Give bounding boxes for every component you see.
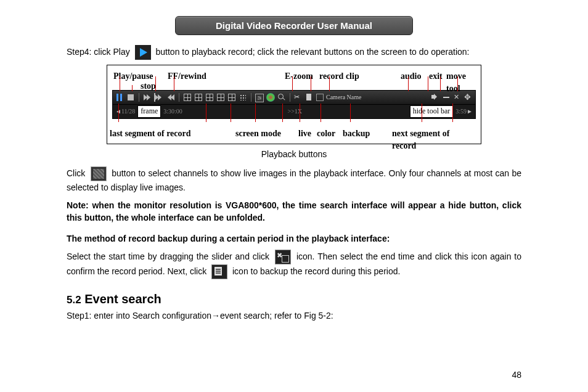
timeline-time-left: 3:30:00 [163,107,182,116]
move-icon[interactable] [464,93,473,102]
diagram-top-labels: Play/pause stop FF/rewind E-zoom record … [112,70,476,81]
playback-diagram: Play/pause stop FF/rewind E-zoom record … [107,65,481,144]
rewind-icon[interactable] [166,93,175,102]
screenmode1-icon[interactable] [183,93,192,102]
hide-icon[interactable] [442,93,451,102]
section-title: Event search [84,292,161,306]
backup-icon[interactable] [305,93,314,102]
next-segment-icon[interactable] [467,107,473,116]
clip-icon[interactable] [294,93,303,102]
click-live-para: Click button to select channels to show … [67,166,521,194]
record-clip-icon-inline [275,250,291,264]
backup-method-heading: The method of record backup during a cer… [67,232,521,245]
label-record-clip: record clip [319,70,359,83]
screenmode3-icon[interactable] [205,93,214,102]
play-icon [135,45,151,60]
label-move-tool: move tool [446,70,476,96]
label-audio: audio [401,70,421,83]
label-backup: backup [343,128,370,140]
playback-timeline: 11/28 frame 3:30:00 >>1X hide tool bar 3… [112,105,476,119]
pause-icon[interactable] [115,93,124,102]
label-stop: stop [141,80,156,92]
ff-icon[interactable] [143,93,152,102]
label-e-zoom: E-zoom [285,70,313,83]
live-icon[interactable] [255,93,264,102]
click-prefix: Click [67,168,85,178]
frameadv-icon[interactable] [154,93,164,102]
click-suffix: button to select channels to show live i… [67,168,521,192]
page-number: 48 [512,370,521,380]
section-step1: Step1: enter into Search configuration→e… [67,309,521,322]
camera-name-label: Camera Name [326,93,361,102]
timeline-date: 11/28 [121,107,135,116]
hide-toolbar-box: hide tool bar [410,105,454,117]
step4-prefix: Step4: click Play [67,47,130,57]
backup-c: icon to backup the record during this pe… [232,266,400,276]
color-icon[interactable] [266,93,275,102]
step4-suffix: button to playback record; click the rel… [156,47,470,57]
prev-segment-icon[interactable] [115,107,121,116]
note-paragraph: Note: when the monitor resolution is VGA… [67,199,521,224]
step4-line: Step4: click Play button to playback rec… [67,45,521,60]
playback-toolbar: Camera Name [112,90,476,105]
camname-checkbox[interactable] [316,94,324,101]
backup-a: Select the start time by dragging the sl… [67,251,269,261]
backup-method-para: Select the start time by dragging the sl… [67,250,521,279]
timeline-speed: >>1X [182,107,407,116]
diagram-bottom-labels: last segment of record screen mode live … [112,128,476,139]
label-live: live [298,128,311,140]
screenmode6-icon[interactable] [239,93,247,102]
label-last-segment: last segment of record [110,128,191,140]
screenmode4-icon[interactable] [216,93,225,102]
backup-icon-inline [211,264,227,279]
stop-icon[interactable] [126,93,135,102]
exit-icon[interactable] [453,93,462,102]
label-screen-mode: screen mode [235,128,281,140]
timeline-time-right: 3:59 [455,107,467,116]
page-header: Digital Video Recorder User Manual [175,16,413,35]
section-heading: 5.2 Event search [67,290,521,308]
section-number: 5.2 [67,294,81,306]
screenmode5-icon[interactable] [227,93,236,102]
live-icon-inline [91,166,107,181]
screenmode2-icon[interactable] [194,93,203,102]
label-next-segment: next segment of record [392,128,476,153]
ezoom-icon[interactable] [277,93,286,102]
label-exit: exit [429,70,443,83]
label-color: color [317,128,335,140]
audio-icon[interactable] [431,93,439,102]
label-ff-rewind: FF/rewind [168,70,206,83]
frame-label-box: frame [137,105,161,117]
